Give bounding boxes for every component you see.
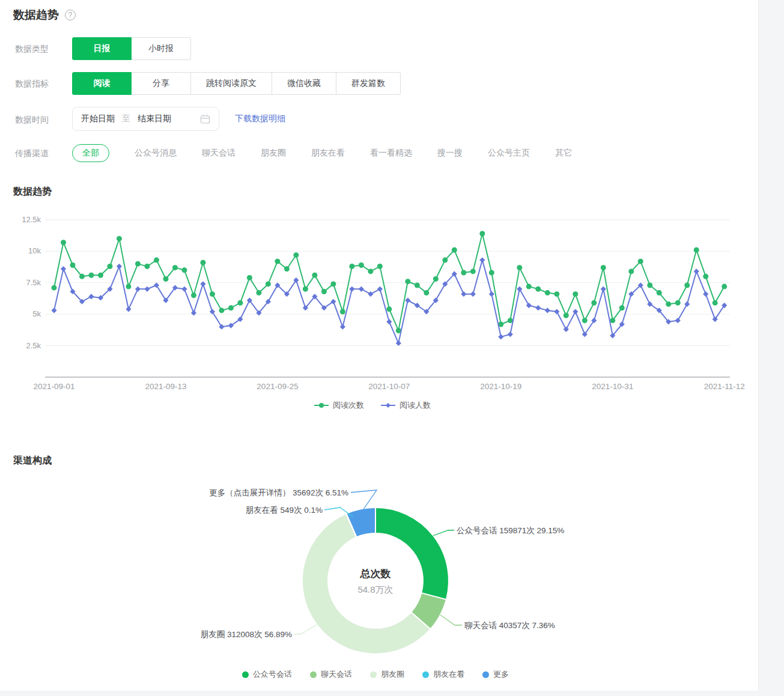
data-point[interactable]	[135, 286, 141, 292]
data-point[interactable]	[554, 291, 559, 297]
metric-option-1[interactable]: 分享	[132, 72, 191, 95]
data-point[interactable]	[554, 309, 559, 314]
data-point[interactable]	[526, 303, 532, 308]
data-point[interactable]	[526, 284, 532, 289]
data-point[interactable]	[461, 270, 466, 276]
data-point[interactable]	[535, 305, 541, 310]
data-point[interactable]	[154, 258, 159, 263]
data-point[interactable]	[349, 264, 354, 269]
data-point[interactable]	[489, 270, 494, 276]
data-type-option-1[interactable]: 小时报	[132, 37, 191, 60]
donut-legend-item-朋友在看[interactable]: 朋友在看	[422, 669, 464, 680]
channel-option-0[interactable]: 全部	[72, 144, 109, 162]
data-point[interactable]	[405, 298, 410, 303]
data-point[interactable]	[144, 264, 150, 269]
data-point[interactable]	[200, 281, 205, 286]
data-point[interactable]	[498, 334, 503, 339]
data-point[interactable]	[684, 282, 690, 288]
channel-option-7[interactable]: 公众号主页	[488, 148, 530, 159]
date-range-picker[interactable]: 开始日期 至 结束日期	[72, 107, 219, 131]
data-point[interactable]	[675, 318, 681, 323]
data-point[interactable]	[79, 274, 85, 279]
data-point[interactable]	[154, 282, 159, 288]
data-type-option-0[interactable]: 日报	[72, 37, 132, 60]
data-point[interactable]	[638, 259, 643, 264]
data-point[interactable]	[135, 261, 141, 267]
data-point[interactable]	[349, 286, 354, 292]
end-date-input[interactable]: 结束日期	[138, 113, 171, 124]
data-point[interactable]	[582, 318, 588, 323]
data-point[interactable]	[368, 291, 373, 297]
data-point[interactable]	[517, 286, 522, 292]
data-point[interactable]	[545, 290, 550, 295]
data-point[interactable]	[284, 266, 290, 271]
data-point[interactable]	[386, 306, 392, 312]
data-point[interactable]	[713, 300, 718, 306]
data-point[interactable]	[442, 258, 448, 263]
data-point[interactable]	[452, 247, 457, 253]
data-point[interactable]	[564, 313, 569, 318]
data-point[interactable]	[52, 285, 57, 291]
data-point[interactable]	[573, 309, 578, 314]
series-line[interactable]	[54, 234, 725, 330]
data-point[interactable]	[303, 286, 308, 292]
channel-option-4[interactable]: 朋友在看	[311, 148, 345, 159]
data-point[interactable]	[181, 286, 187, 292]
data-point[interactable]	[722, 284, 727, 289]
donut-legend-item-更多[interactable]: 更多	[482, 669, 509, 680]
data-point[interactable]	[144, 286, 150, 292]
data-point[interactable]	[433, 276, 439, 282]
data-point[interactable]	[573, 291, 578, 297]
data-point[interactable]	[601, 286, 606, 292]
data-point[interactable]	[340, 324, 345, 330]
data-point[interactable]	[386, 319, 392, 324]
start-date-input[interactable]: 开始日期	[81, 113, 115, 124]
data-point[interactable]	[545, 307, 550, 313]
data-point[interactable]	[694, 247, 699, 253]
channel-option-5[interactable]: 看一看精选	[370, 148, 412, 159]
data-point[interactable]	[703, 291, 708, 297]
data-point[interactable]	[256, 290, 261, 295]
metric-option-3[interactable]: 微信收藏	[272, 72, 336, 95]
data-point[interactable]	[126, 284, 131, 289]
data-point[interactable]	[126, 306, 131, 312]
donut-legend-item-聊天会话[interactable]: 聊天会话	[310, 669, 352, 680]
data-point[interactable]	[191, 310, 196, 316]
data-point[interactable]	[396, 340, 401, 346]
data-point[interactable]	[489, 291, 494, 297]
data-point[interactable]	[312, 273, 317, 278]
data-point[interactable]	[405, 279, 410, 284]
data-point[interactable]	[247, 275, 252, 280]
data-point[interactable]	[415, 282, 420, 288]
data-point[interactable]	[461, 291, 466, 297]
data-point[interactable]	[98, 273, 103, 278]
channel-option-1[interactable]: 公众号消息	[135, 148, 177, 159]
help-icon[interactable]: ?	[65, 10, 76, 20]
data-point[interactable]	[275, 259, 280, 264]
data-point[interactable]	[591, 300, 597, 306]
data-point[interactable]	[675, 300, 681, 306]
data-point[interactable]	[200, 260, 205, 265]
data-point[interactable]	[191, 292, 196, 298]
data-point[interactable]	[88, 294, 94, 299]
data-point[interactable]	[210, 291, 215, 297]
data-point[interactable]	[424, 290, 429, 295]
legend-item-阅读人数[interactable]: 阅读人数	[381, 400, 431, 411]
data-point[interactable]	[377, 264, 383, 269]
data-point[interactable]	[479, 257, 485, 262]
data-point[interactable]	[694, 268, 699, 274]
data-point[interactable]	[470, 268, 476, 274]
donut-legend-item-公众号会话[interactable]: 公众号会话	[242, 669, 292, 680]
data-point[interactable]	[368, 268, 373, 274]
data-point[interactable]	[657, 290, 662, 295]
metric-option-4[interactable]: 群发篇数	[336, 72, 401, 95]
data-point[interactable]	[107, 264, 112, 269]
channel-option-2[interactable]: 聊天会话	[202, 148, 236, 159]
data-point[interactable]	[88, 273, 94, 278]
channel-option-6[interactable]: 搜一搜	[437, 148, 463, 159]
data-point[interactable]	[517, 265, 522, 270]
data-point[interactable]	[470, 291, 476, 297]
data-point[interactable]	[181, 267, 187, 273]
data-point[interactable]	[293, 252, 299, 258]
data-point[interactable]	[359, 262, 364, 268]
